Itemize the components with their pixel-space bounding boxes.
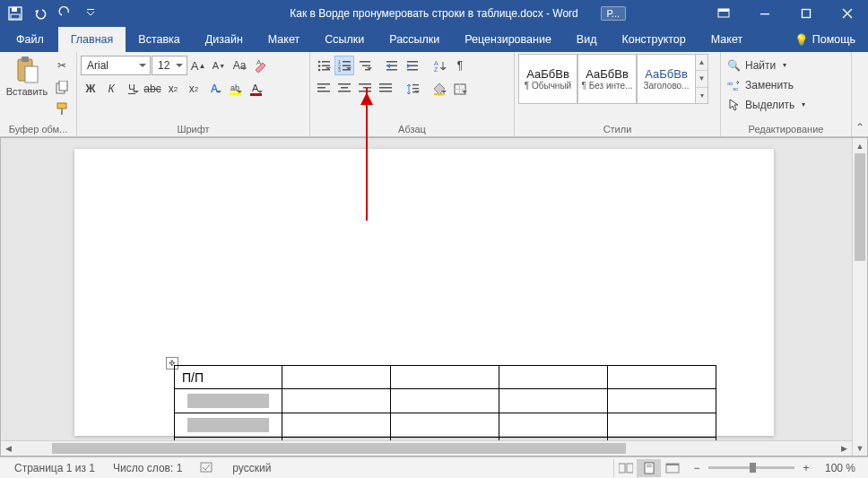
show-marks-icon[interactable]: ¶ [450,56,470,75]
clear-formatting-icon[interactable]: A [250,56,270,75]
horizontal-scrollbar[interactable]: ◀ ▶ [1,440,852,456]
svg-rect-61 [459,84,460,94]
align-left-icon[interactable] [314,79,334,99]
read-mode-icon[interactable] [613,459,637,477]
sort-icon[interactable]: AZ [430,56,449,75]
ribbon-display-icon[interactable] [703,0,744,27]
scroll-left-icon[interactable]: ◀ [1,441,16,456]
svg-rect-58 [434,93,445,95]
print-layout-icon[interactable] [637,459,660,477]
subscript-icon[interactable]: x2 [163,79,183,99]
status-word-count[interactable]: Число слов: 1 [104,462,191,474]
svg-rect-9 [22,56,29,62]
svg-rect-67 [645,463,654,474]
redo-icon[interactable] [54,2,77,25]
change-case-icon[interactable]: Aa [230,56,249,75]
cut-icon[interactable]: ✂ [52,56,72,75]
styles-down-icon[interactable]: ▼ [696,71,707,87]
format-painter-icon[interactable] [52,99,72,118]
tab-table-design[interactable]: Конструктор [609,27,698,52]
tab-table-layout[interactable]: Макет [699,27,755,52]
svg-point-20 [317,60,320,63]
undo-icon[interactable] [29,2,52,25]
style-heading1[interactable]: АаБбВвЗаголово... [637,54,696,104]
scroll-down-icon[interactable]: ▼ [853,440,867,456]
svg-rect-53 [379,87,392,89]
tab-design[interactable]: Дизайн [193,27,256,52]
bold-button[interactable]: Ж [81,79,100,99]
scroll-right-icon[interactable]: ▶ [837,441,852,456]
underline-button[interactable]: Ч [122,79,142,99]
svg-rect-43 [317,83,330,85]
web-layout-icon[interactable] [660,459,683,477]
styles-more-icon[interactable]: ▾ [696,88,707,103]
spellcheck-icon[interactable] [191,462,223,474]
ribbon: Вставить ✂ Буфер обм... Arial 12 A▲ A▼ A… [0,52,868,137]
italic-button[interactable]: К [101,79,121,99]
zoom-out-button[interactable]: − [690,462,703,474]
tab-view[interactable]: Вид [564,27,610,52]
scroll-up-icon[interactable]: ▲ [853,138,867,153]
bullets-icon[interactable] [314,56,334,75]
shading-icon[interactable] [430,79,449,99]
svg-rect-66 [627,464,633,473]
status-language[interactable]: русский [223,462,280,474]
scroll-thumb[interactable] [855,153,865,261]
group-clipboard-label: Буфер обм... [4,123,73,136]
numbering-icon[interactable]: 123 [334,56,354,75]
search-icon: 🔍 [726,58,741,73]
zoom-level[interactable]: 100 % [818,462,855,474]
copy-icon[interactable] [52,77,72,97]
table-header-cell[interactable]: П/П [175,366,282,389]
save-icon[interactable] [4,2,27,25]
account-badge[interactable]: Р... [601,6,626,21]
grow-font-icon[interactable]: A▲ [188,56,208,75]
shrink-font-icon[interactable]: A▼ [209,56,229,75]
find-button[interactable]: 🔍Найти▾ [725,56,812,74]
collapse-ribbon-icon[interactable]: ⌃ [852,52,868,136]
svg-rect-68 [647,465,652,465]
line-spacing-icon[interactable] [403,79,422,99]
vertical-scrollbar[interactable]: ▲ ▼ [852,138,867,456]
multilevel-list-icon[interactable] [355,56,375,75]
svg-rect-40 [407,69,418,71]
strikethrough-icon[interactable]: abc [143,79,162,99]
svg-rect-33 [362,65,370,66]
tab-insert[interactable]: Вставка [126,27,192,52]
justify-icon[interactable] [376,79,395,99]
status-page[interactable]: Страница 1 из 1 [5,462,104,474]
svg-rect-48 [338,91,351,92]
font-size-combo[interactable]: 12 [152,56,187,75]
font-family-combo[interactable]: Arial [81,56,151,75]
styles-gallery[interactable]: АаБбВв¶ Обычный АаБбВв¶ Без инте... АаБб… [518,54,708,104]
align-center-icon[interactable] [334,79,354,99]
increase-indent-icon[interactable] [403,56,422,75]
borders-icon[interactable] [450,79,470,99]
tab-home[interactable]: Главная [58,27,126,52]
tab-layout[interactable]: Макет [256,27,312,52]
zoom-in-button[interactable]: + [800,462,812,474]
paste-button[interactable]: Вставить [4,54,50,99]
replace-button[interactable]: abacЗаменить [725,75,812,94]
zoom-slider[interactable] [708,466,794,469]
tab-references[interactable]: Ссылки [312,27,377,52]
tab-file[interactable]: Файл [2,27,58,52]
superscript-icon[interactable]: x2 [184,79,204,99]
font-color-icon[interactable]: A [246,79,265,99]
tell-me[interactable]: 💡Помощь [782,27,868,52]
decrease-indent-icon[interactable] [382,56,402,75]
scroll-thumb[interactable] [52,443,626,454]
styles-up-icon[interactable]: ▲ [696,55,707,71]
qat-dropdown-icon[interactable] [79,2,102,25]
minimize-icon[interactable] [744,0,786,27]
highlight-icon[interactable]: ab [225,79,245,99]
svg-text:A: A [252,83,259,93]
close-icon[interactable] [827,0,868,27]
tab-mailings[interactable]: Рассылки [377,27,452,52]
maximize-icon[interactable] [786,0,827,27]
style-no-spacing[interactable]: АаБбВв¶ Без инте... [577,54,637,104]
style-normal[interactable]: АаБбВв¶ Обычный [518,54,577,104]
text-effects-icon[interactable]: A [204,79,224,99]
select-button[interactable]: Выделить▾ [725,95,812,114]
tab-review[interactable]: Рецензирование [452,27,564,52]
